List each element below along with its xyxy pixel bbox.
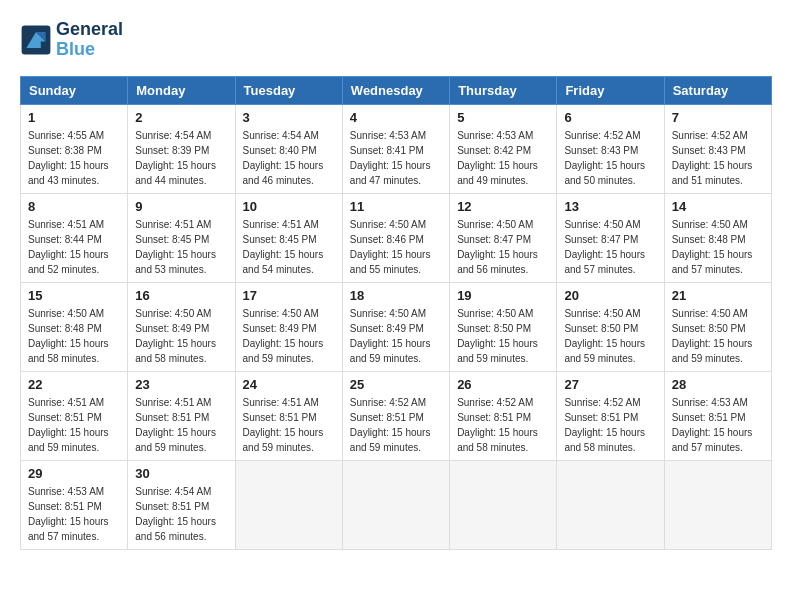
day-number: 20 (564, 288, 656, 303)
logo-icon (20, 24, 52, 56)
day-number: 24 (243, 377, 335, 392)
day-number: 19 (457, 288, 549, 303)
day-info: Sunrise: 4:54 AM Sunset: 8:40 PM Dayligh… (243, 128, 335, 188)
day-info: Sunrise: 4:52 AM Sunset: 8:51 PM Dayligh… (350, 395, 442, 455)
day-info: Sunrise: 4:51 AM Sunset: 8:44 PM Dayligh… (28, 217, 120, 277)
calendar-cell: 11 Sunrise: 4:50 AM Sunset: 8:46 PM Dayl… (342, 193, 449, 282)
day-info: Sunrise: 4:50 AM Sunset: 8:49 PM Dayligh… (135, 306, 227, 366)
calendar-cell: 23 Sunrise: 4:51 AM Sunset: 8:51 PM Dayl… (128, 371, 235, 460)
calendar-cell: 14 Sunrise: 4:50 AM Sunset: 8:48 PM Dayl… (664, 193, 771, 282)
day-info: Sunrise: 4:50 AM Sunset: 8:50 PM Dayligh… (564, 306, 656, 366)
day-number: 6 (564, 110, 656, 125)
calendar-cell: 8 Sunrise: 4:51 AM Sunset: 8:44 PM Dayli… (21, 193, 128, 282)
calendar-cell: 19 Sunrise: 4:50 AM Sunset: 8:50 PM Dayl… (450, 282, 557, 371)
day-number: 8 (28, 199, 120, 214)
day-info: Sunrise: 4:50 AM Sunset: 8:47 PM Dayligh… (564, 217, 656, 277)
day-number: 10 (243, 199, 335, 214)
day-number: 17 (243, 288, 335, 303)
calendar-cell: 25 Sunrise: 4:52 AM Sunset: 8:51 PM Dayl… (342, 371, 449, 460)
day-number: 27 (564, 377, 656, 392)
weekday-header: Wednesday (342, 76, 449, 104)
day-number: 14 (672, 199, 764, 214)
day-info: Sunrise: 4:50 AM Sunset: 8:48 PM Dayligh… (28, 306, 120, 366)
day-info: Sunrise: 4:50 AM Sunset: 8:47 PM Dayligh… (457, 217, 549, 277)
day-number: 29 (28, 466, 120, 481)
calendar-cell: 20 Sunrise: 4:50 AM Sunset: 8:50 PM Dayl… (557, 282, 664, 371)
day-number: 2 (135, 110, 227, 125)
calendar-cell: 1 Sunrise: 4:55 AM Sunset: 8:38 PM Dayli… (21, 104, 128, 193)
day-number: 30 (135, 466, 227, 481)
calendar-cell: 21 Sunrise: 4:50 AM Sunset: 8:50 PM Dayl… (664, 282, 771, 371)
day-info: Sunrise: 4:51 AM Sunset: 8:45 PM Dayligh… (135, 217, 227, 277)
day-number: 11 (350, 199, 442, 214)
weekday-header: Sunday (21, 76, 128, 104)
day-info: Sunrise: 4:50 AM Sunset: 8:50 PM Dayligh… (672, 306, 764, 366)
calendar-cell: 5 Sunrise: 4:53 AM Sunset: 8:42 PM Dayli… (450, 104, 557, 193)
day-number: 23 (135, 377, 227, 392)
day-number: 18 (350, 288, 442, 303)
calendar-cell: 26 Sunrise: 4:52 AM Sunset: 8:51 PM Dayl… (450, 371, 557, 460)
day-info: Sunrise: 4:51 AM Sunset: 8:51 PM Dayligh… (243, 395, 335, 455)
calendar-cell (235, 460, 342, 549)
day-number: 25 (350, 377, 442, 392)
calendar-cell: 30 Sunrise: 4:54 AM Sunset: 8:51 PM Dayl… (128, 460, 235, 549)
day-info: Sunrise: 4:54 AM Sunset: 8:51 PM Dayligh… (135, 484, 227, 544)
calendar-cell: 13 Sunrise: 4:50 AM Sunset: 8:47 PM Dayl… (557, 193, 664, 282)
calendar-cell: 16 Sunrise: 4:50 AM Sunset: 8:49 PM Dayl… (128, 282, 235, 371)
day-number: 28 (672, 377, 764, 392)
calendar-cell: 4 Sunrise: 4:53 AM Sunset: 8:41 PM Dayli… (342, 104, 449, 193)
calendar-cell: 2 Sunrise: 4:54 AM Sunset: 8:39 PM Dayli… (128, 104, 235, 193)
calendar-header-row: SundayMondayTuesdayWednesdayThursdayFrid… (21, 76, 772, 104)
day-info: Sunrise: 4:53 AM Sunset: 8:51 PM Dayligh… (28, 484, 120, 544)
calendar-cell: 6 Sunrise: 4:52 AM Sunset: 8:43 PM Dayli… (557, 104, 664, 193)
day-number: 7 (672, 110, 764, 125)
day-info: Sunrise: 4:51 AM Sunset: 8:45 PM Dayligh… (243, 217, 335, 277)
calendar-week-row: 8 Sunrise: 4:51 AM Sunset: 8:44 PM Dayli… (21, 193, 772, 282)
calendar-cell: 7 Sunrise: 4:52 AM Sunset: 8:43 PM Dayli… (664, 104, 771, 193)
day-info: Sunrise: 4:50 AM Sunset: 8:46 PM Dayligh… (350, 217, 442, 277)
day-number: 21 (672, 288, 764, 303)
day-number: 15 (28, 288, 120, 303)
day-info: Sunrise: 4:52 AM Sunset: 8:51 PM Dayligh… (457, 395, 549, 455)
calendar-cell: 9 Sunrise: 4:51 AM Sunset: 8:45 PM Dayli… (128, 193, 235, 282)
day-number: 9 (135, 199, 227, 214)
calendar-week-row: 1 Sunrise: 4:55 AM Sunset: 8:38 PM Dayli… (21, 104, 772, 193)
day-info: Sunrise: 4:51 AM Sunset: 8:51 PM Dayligh… (28, 395, 120, 455)
day-info: Sunrise: 4:50 AM Sunset: 8:48 PM Dayligh… (672, 217, 764, 277)
weekday-header: Friday (557, 76, 664, 104)
calendar-cell: 3 Sunrise: 4:54 AM Sunset: 8:40 PM Dayli… (235, 104, 342, 193)
calendar-cell (557, 460, 664, 549)
calendar-table: SundayMondayTuesdayWednesdayThursdayFrid… (20, 76, 772, 550)
page-header: General Blue (20, 20, 772, 60)
day-number: 4 (350, 110, 442, 125)
day-info: Sunrise: 4:54 AM Sunset: 8:39 PM Dayligh… (135, 128, 227, 188)
calendar-cell: 28 Sunrise: 4:53 AM Sunset: 8:51 PM Dayl… (664, 371, 771, 460)
day-number: 12 (457, 199, 549, 214)
day-info: Sunrise: 4:52 AM Sunset: 8:51 PM Dayligh… (564, 395, 656, 455)
calendar-cell: 29 Sunrise: 4:53 AM Sunset: 8:51 PM Dayl… (21, 460, 128, 549)
day-info: Sunrise: 4:52 AM Sunset: 8:43 PM Dayligh… (564, 128, 656, 188)
calendar-cell: 22 Sunrise: 4:51 AM Sunset: 8:51 PM Dayl… (21, 371, 128, 460)
day-info: Sunrise: 4:55 AM Sunset: 8:38 PM Dayligh… (28, 128, 120, 188)
day-info: Sunrise: 4:53 AM Sunset: 8:51 PM Dayligh… (672, 395, 764, 455)
day-info: Sunrise: 4:50 AM Sunset: 8:50 PM Dayligh… (457, 306, 549, 366)
calendar-week-row: 15 Sunrise: 4:50 AM Sunset: 8:48 PM Dayl… (21, 282, 772, 371)
calendar-cell: 12 Sunrise: 4:50 AM Sunset: 8:47 PM Dayl… (450, 193, 557, 282)
calendar-cell: 24 Sunrise: 4:51 AM Sunset: 8:51 PM Dayl… (235, 371, 342, 460)
calendar-week-row: 22 Sunrise: 4:51 AM Sunset: 8:51 PM Dayl… (21, 371, 772, 460)
day-number: 26 (457, 377, 549, 392)
calendar-cell (664, 460, 771, 549)
day-info: Sunrise: 4:50 AM Sunset: 8:49 PM Dayligh… (243, 306, 335, 366)
day-number: 1 (28, 110, 120, 125)
weekday-header: Monday (128, 76, 235, 104)
calendar-cell: 17 Sunrise: 4:50 AM Sunset: 8:49 PM Dayl… (235, 282, 342, 371)
calendar-cell: 27 Sunrise: 4:52 AM Sunset: 8:51 PM Dayl… (557, 371, 664, 460)
calendar-cell (342, 460, 449, 549)
day-number: 22 (28, 377, 120, 392)
calendar-cell: 15 Sunrise: 4:50 AM Sunset: 8:48 PM Dayl… (21, 282, 128, 371)
day-number: 16 (135, 288, 227, 303)
day-number: 5 (457, 110, 549, 125)
calendar-week-row: 29 Sunrise: 4:53 AM Sunset: 8:51 PM Dayl… (21, 460, 772, 549)
weekday-header: Saturday (664, 76, 771, 104)
calendar-cell: 10 Sunrise: 4:51 AM Sunset: 8:45 PM Dayl… (235, 193, 342, 282)
